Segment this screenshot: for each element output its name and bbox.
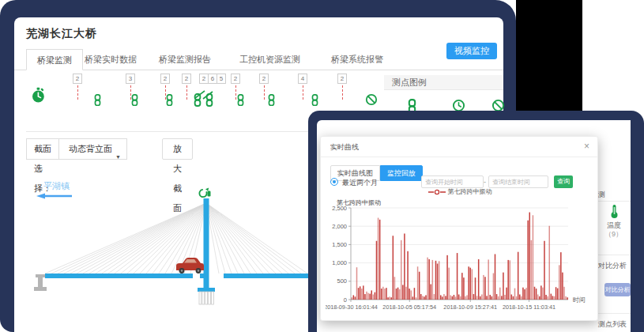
- svg-text:2,000: 2,000: [332, 223, 347, 230]
- tower-foundation: [198, 288, 215, 304]
- tower-top-sensor-icon[interactable]: [199, 187, 210, 197]
- bridge-diagram: 平湖镇: [26, 179, 308, 330]
- bridge-deck: [45, 274, 308, 278]
- tab-ipc-resource-monitor[interactable]: 工控机资源监测: [229, 49, 311, 70]
- tab-bridge-monitor-report[interactable]: 桥梁监测报告: [149, 49, 221, 70]
- sensor-count-badge: 2: [160, 74, 170, 84]
- query-button[interactable]: 查询: [554, 175, 573, 188]
- sensor-count-badge: 2: [259, 74, 269, 84]
- compare-analysis-button[interactable]: 对比分析: [604, 283, 631, 296]
- zoom-section-button[interactable]: 放大截面: [162, 138, 193, 160]
- sensor-count-badge: 2: [73, 74, 82, 84]
- main-tab-bar: 桥梁监测 桥梁实时数据 桥梁监测报告 工控机资源监测 桥梁系统报警: [14, 49, 503, 70]
- svg-text:时间: 时间: [573, 296, 586, 304]
- sensor-dashed-line: [77, 85, 78, 100]
- tab-bridge-realtime-data[interactable]: 桥梁实时数据: [74, 49, 147, 70]
- svg-text:2018-09-30 16:01:44: 2018-09-30 16:01:44: [326, 304, 378, 311]
- background-window-fragment: [582, 0, 644, 112]
- svg-text:1,000: 1,000: [332, 259, 347, 266]
- sensor-count-badge: 2: [337, 74, 347, 84]
- svg-text:2018-10-15 11:03:41: 2018-10-15 11:03:41: [503, 304, 555, 311]
- section-select-value: 动态背立面: [69, 144, 112, 153]
- sensor-count-badge: 4: [298, 74, 307, 84]
- section-select-label: 截面选择：: [27, 139, 58, 159]
- chain-sensor-icon[interactable]: [94, 94, 101, 109]
- left-abutment: [34, 274, 47, 291]
- chain-sensor-icon[interactable]: [311, 94, 318, 109]
- screenshot-stage: 芜湖长江大桥 视频监控 桥梁监测 桥梁实时数据 桥梁监测报告 工控机资源监测 桥…: [0, 0, 644, 332]
- vibration-chart: 第七跨跨中振动05001,0001,5002,0002,5002018-09-3…: [326, 197, 594, 317]
- legend-line-marker-icon: [428, 189, 446, 195]
- section-select-dropdown[interactable]: 动态背立面 ▼: [58, 139, 126, 159]
- sensor-count-badge: 3: [126, 74, 135, 84]
- divider: [593, 313, 631, 314]
- compare-analysis-header: 对比分析: [598, 261, 627, 271]
- svg-text:2018-10-09 15:27:41: 2018-10-09 15:27:41: [443, 304, 497, 311]
- sensor-dashed-line: [342, 85, 343, 100]
- chain-sensor-icon[interactable]: [268, 94, 275, 109]
- sensor-dashed-line: [186, 85, 187, 100]
- page-title: 芜湖长江大桥: [26, 27, 97, 41]
- modal-title: 实时曲线: [330, 142, 359, 153]
- disabled-sensor-icon[interactable]: [365, 93, 378, 109]
- sensor-count-badge: 2: [182, 74, 191, 84]
- close-icon[interactable]: ×: [584, 141, 589, 152]
- bridge-left-label: 平湖镇: [43, 181, 70, 191]
- realtime-curve-modal: 实时曲线 × 实时曲线图 监控回放 最近两个月 - 查询 第七跨跨中振动: [320, 136, 598, 321]
- query-start-time-input[interactable]: [421, 175, 484, 188]
- chain-sensor-icon[interactable]: [237, 94, 244, 109]
- last-two-months-radio[interactable]: [330, 178, 338, 186]
- modal-header: 实时曲线 ×: [321, 137, 597, 157]
- range-separator: -: [484, 178, 486, 186]
- bridge-cables: [45, 203, 307, 274]
- sensor-count-badge: 5: [217, 74, 226, 84]
- tab-monitor-playback[interactable]: 监控回放: [380, 165, 423, 181]
- sidebar-section-fragment: 测: [598, 190, 605, 200]
- chart-legend[interactable]: 第七跨跨中振动: [321, 187, 599, 196]
- legend-series-name: 第七跨跨中振动: [448, 188, 492, 195]
- divider: [593, 201, 631, 202]
- legend-panel-title: 测点图例: [384, 75, 503, 90]
- sensor-dashed-line: [235, 85, 236, 100]
- svg-text:0: 0: [344, 296, 347, 304]
- svg-text:500: 500: [337, 277, 347, 285]
- temperature-count: （9）: [604, 229, 623, 240]
- popup-window-page: 测 温度 （9） 对比分析 对比分析 测点列表 实时曲线 × 实时曲线图 监控回…: [317, 120, 631, 332]
- chevron-down-icon: ▼: [115, 147, 121, 167]
- car: [176, 258, 204, 274]
- sensor-dashed-line: [264, 85, 265, 100]
- screen-black-region: [516, 0, 582, 112]
- divider: [593, 255, 631, 255]
- timer-sensor-icon[interactable]: [31, 87, 46, 107]
- point-list-fragment: 测点列表: [598, 319, 627, 330]
- sensor-count-badge: 2: [231, 74, 240, 84]
- gauge-sensor-icon[interactable]: [194, 89, 217, 103]
- sensor-dashed-line: [303, 85, 303, 100]
- query-end-time-input[interactable]: [488, 175, 548, 188]
- svg-text:1,500: 1,500: [332, 241, 347, 248]
- svg-text:2,500: 2,500: [332, 205, 347, 212]
- thermometer-icon: [609, 204, 620, 219]
- section-select-group: 截面选择： 动态背立面 ▼: [26, 138, 127, 160]
- chain-sensor-icon[interactable]: [131, 94, 138, 109]
- tab-bridge-system-alarm[interactable]: 桥梁系统报警: [321, 49, 394, 70]
- svg-text:2018-10-05 05:17:54: 2018-10-05 05:17:54: [382, 304, 436, 311]
- chain-sensor-icon[interactable]: [166, 94, 173, 109]
- left-arrow-icon: [36, 194, 72, 199]
